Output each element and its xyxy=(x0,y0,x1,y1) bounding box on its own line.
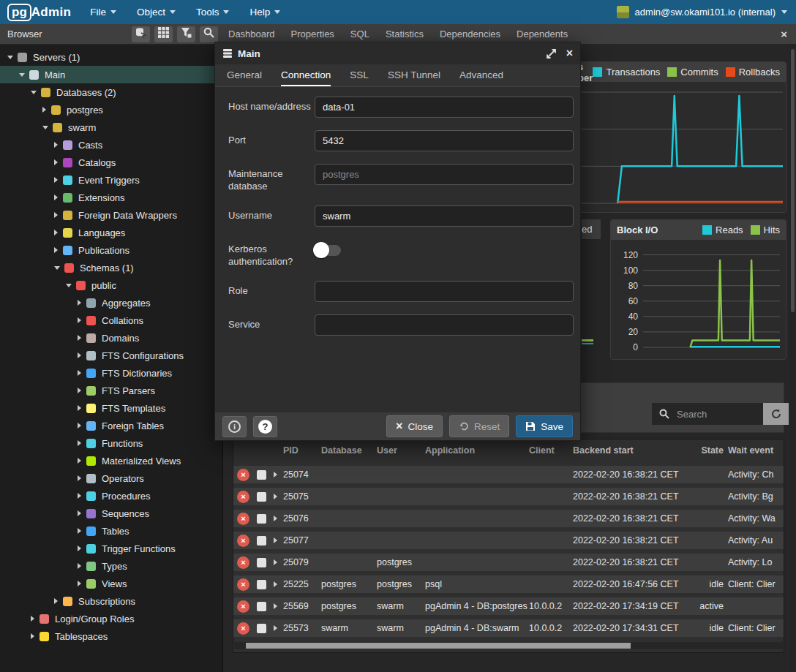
tab-dashboard[interactable]: Dashboard xyxy=(228,29,275,39)
row-expand-icon[interactable] xyxy=(274,494,277,499)
menu-help[interactable]: Help xyxy=(249,7,280,18)
activity-search-input[interactable]: Search xyxy=(652,403,763,425)
chevron-right-icon[interactable] xyxy=(78,528,81,534)
sql-help-button[interactable]: i xyxy=(222,416,247,437)
activity-row-25573[interactable]: ×25573swarmswarmpgAdmin 4 - DB:swarm10.0… xyxy=(233,619,784,637)
host-name-field[interactable] xyxy=(315,97,574,118)
chevron-down-icon[interactable] xyxy=(42,126,48,129)
tree-item-public[interactable]: public xyxy=(0,276,222,294)
dialog-tab-general[interactable]: General xyxy=(227,64,262,86)
chevron-right-icon[interactable] xyxy=(78,440,81,446)
reset-button[interactable]: Reset xyxy=(449,415,509,437)
tree-item-fts-templates[interactable]: FTS Templates xyxy=(0,399,222,417)
chevron-down-icon[interactable] xyxy=(31,91,37,94)
tree-item-login-group-roles[interactable]: Login/Group Roles xyxy=(0,610,222,627)
chevron-right-icon[interactable] xyxy=(78,423,81,429)
tree-item-foreign-data-wrappers[interactable]: Foreign Data Wrappers xyxy=(0,206,222,224)
chevron-right-icon[interactable] xyxy=(78,352,81,358)
column-header-client[interactable]: Client xyxy=(529,445,573,456)
row-checkbox[interactable] xyxy=(257,580,266,589)
tree-item-trigger-functions[interactable]: Trigger Functions xyxy=(0,540,222,557)
row-checkbox[interactable] xyxy=(257,602,266,611)
tree-item-fts-parsers[interactable]: FTS Parsers xyxy=(0,382,222,399)
chevron-right-icon[interactable] xyxy=(78,335,81,341)
terminate-session-icon[interactable]: × xyxy=(237,578,249,591)
column-header-backend-start[interactable]: Backend start xyxy=(573,445,694,456)
chevron-right-icon[interactable] xyxy=(78,545,81,551)
tree-item-collations[interactable]: Collations xyxy=(0,312,222,329)
column-header-wait-event[interactable]: Wait event xyxy=(728,445,784,456)
tree-item-types[interactable]: Types xyxy=(0,557,222,575)
chevron-down-icon[interactable] xyxy=(54,266,60,270)
filter-button[interactable] xyxy=(177,26,195,42)
row-expand-icon[interactable] xyxy=(274,559,277,565)
maximize-icon[interactable] xyxy=(547,49,556,58)
tree-item-fts-dictionaries[interactable]: FTS Dictionaries xyxy=(0,364,222,382)
row-checkbox[interactable] xyxy=(257,536,266,545)
chevron-right-icon[interactable] xyxy=(78,388,81,393)
tree-item-operators[interactable]: Operators xyxy=(0,469,222,487)
search-objects-button[interactable] xyxy=(200,26,218,42)
refresh-button[interactable] xyxy=(763,403,789,425)
tree-item-databases-2-[interactable]: Databases (2) xyxy=(0,83,222,101)
dialog-tab-ssl[interactable]: SSL xyxy=(350,64,369,86)
tree-item-event-triggers[interactable]: Event Triggers xyxy=(0,171,222,189)
help-button[interactable]: ? xyxy=(253,416,277,437)
tree-item-main[interactable]: Main xyxy=(0,66,222,83)
menu-object[interactable]: Object xyxy=(137,7,176,18)
chevron-right-icon[interactable] xyxy=(78,370,81,376)
user-menu[interactable]: admin@sw.okami101.io (internal) xyxy=(617,6,787,18)
chevron-right-icon[interactable] xyxy=(54,212,58,218)
tree-item-fts-configurations[interactable]: FTS Configurations xyxy=(0,347,222,364)
terminate-session-icon[interactable]: × xyxy=(237,600,249,613)
chevron-right-icon[interactable] xyxy=(78,493,81,499)
column-header-pid[interactable]: PID xyxy=(283,445,321,456)
service-field[interactable] xyxy=(315,314,574,336)
row-expand-icon[interactable] xyxy=(274,581,277,587)
row-checkbox[interactable] xyxy=(257,492,266,502)
chevron-right-icon[interactable] xyxy=(78,563,81,569)
terminate-session-icon[interactable]: × xyxy=(237,622,249,635)
chevron-right-icon[interactable] xyxy=(54,159,58,165)
tree-item-subscriptions[interactable]: Subscriptions xyxy=(0,592,222,610)
dialog-tab-advanced[interactable]: Advanced xyxy=(459,64,503,86)
terminate-session-icon[interactable]: × xyxy=(237,513,249,525)
toggle-knob[interactable] xyxy=(313,242,329,258)
activity-row-25074[interactable]: ×250742022-02-20 16:38:21 CETActivity: C… xyxy=(233,466,784,483)
activity-row-25225[interactable]: ×25225postgrespostgrespsql2022-02-20 16:… xyxy=(233,575,784,593)
maintenance-database-field[interactable] xyxy=(315,164,574,185)
chevron-right-icon[interactable] xyxy=(78,581,81,586)
tab-statistics[interactable]: Statistics xyxy=(386,29,424,39)
tree-item-aggregates[interactable]: Aggregates xyxy=(0,294,222,312)
column-header-state[interactable]: State xyxy=(694,445,728,456)
column-header-database[interactable]: Database xyxy=(321,445,377,456)
tree-item-materialized-views[interactable]: Materialized Views xyxy=(0,452,222,469)
kerberos-toggle[interactable] xyxy=(315,245,341,256)
dialog-close-icon[interactable]: × xyxy=(566,47,573,60)
chevron-down-icon[interactable] xyxy=(7,56,13,59)
tree-item-domains[interactable]: Domains xyxy=(0,329,222,347)
tree-item-servers-1-[interactable]: Servers (1) xyxy=(0,48,222,66)
row-expand-icon[interactable] xyxy=(274,625,277,631)
row-expand-icon[interactable] xyxy=(274,516,277,521)
column-header-application[interactable]: Application xyxy=(425,445,529,456)
sidebar-scrollbar[interactable] xyxy=(790,45,795,672)
terminate-session-icon[interactable]: × xyxy=(237,469,249,481)
tab-properties[interactable]: Properties xyxy=(291,29,334,39)
close-panel-icon[interactable]: × xyxy=(781,28,787,40)
activity-row-25076[interactable]: ×250762022-02-20 16:38:21 CETActivity: W… xyxy=(233,510,784,527)
role-field[interactable] xyxy=(315,281,574,302)
tree-item-sequences[interactable]: Sequences xyxy=(0,505,222,522)
query-tool-button[interactable] xyxy=(132,26,150,42)
tree-item-functions[interactable]: Functions xyxy=(0,434,222,452)
chevron-down-icon[interactable] xyxy=(66,284,72,287)
row-expand-icon[interactable] xyxy=(274,603,277,609)
chevron-right-icon[interactable] xyxy=(54,177,58,183)
column-header-user[interactable]: User xyxy=(377,445,425,456)
chevron-right-icon[interactable] xyxy=(78,510,81,516)
tab-sql[interactable]: SQL xyxy=(350,29,369,39)
terminate-session-icon[interactable]: × xyxy=(237,491,249,503)
chevron-right-icon[interactable] xyxy=(78,458,81,464)
tree-item-extensions[interactable]: Extensions xyxy=(0,189,222,206)
tree-item-foreign-tables[interactable]: Foreign Tables xyxy=(0,417,222,434)
